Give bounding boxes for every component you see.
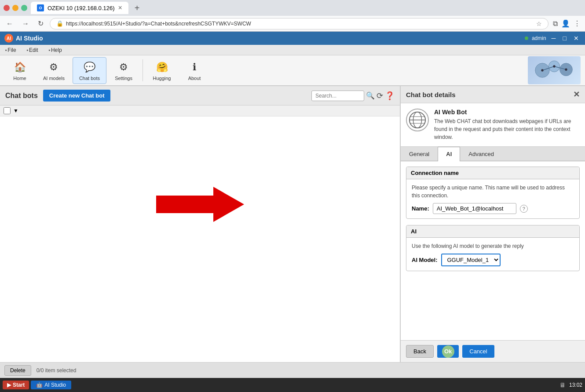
ai-models-label: AI models [43,76,65,81]
main-area: Chat bots Create new Chat bot 🔍 ⟳ ❓ ▼ [0,86,585,362]
menu-btn[interactable]: ⋮ [573,18,581,29]
refresh-btn[interactable]: ⟳ [377,91,383,101]
name-input[interactable] [433,203,516,214]
ai-model-field-row: AI Model: GGUF_Model_1 GGUF_Model_2 Othe… [412,254,574,266]
ai-section-body: Use the following AI model to generate t… [406,238,579,271]
app-minimize-btn[interactable]: ─ [550,35,558,42]
window-min-btn[interactable] [12,5,18,11]
toolbar-home[interactable]: 🏠 Home [4,58,35,83]
connection-section-body: Please specify a unique name. This name … [406,179,579,218]
start-icon: ▶ [7,382,11,388]
address-url: https://localhost:9515/AI+Studio/?a=Chat… [66,21,534,27]
toolbar-about[interactable]: ℹ About [179,58,210,83]
browser-addressbar: ← → ↻ 🔒 https://localhost:9515/AI+Studio… [0,16,585,32]
name-label: Name: [412,205,429,212]
list-toolbar: ▼ [0,105,400,116]
tab-title: OZEKI 10 (192.168.0.126) [48,5,114,11]
panel-header: Chat bot details ✕ [401,86,585,103]
window-close-btn[interactable] [4,5,10,11]
about-icon: ℹ [187,60,201,74]
bot-info: AI Web Bot The Web CHAT chat bot downloa… [401,103,585,147]
settings-label: Settings [115,76,132,81]
address-box[interactable]: 🔒 https://localhost:9515/AI+Studio/?a=Ch… [50,18,548,29]
bot-name: AI Web Bot [434,109,580,116]
menu-help[interactable]: Help [47,46,64,54]
browser-tab[interactable]: O OZEKI 10 (192.168.0.126) × [31,2,128,14]
tab-close-btn[interactable]: × [118,4,122,11]
svg-marker-8 [156,187,244,222]
ai-models-icon: ⚙ [47,60,61,74]
taskbar-time: 🖥 13:02 [559,381,582,388]
app-maximize-btn[interactable]: □ [561,35,568,42]
arrow-container [0,116,400,292]
taskbar-app-btn[interactable]: 🤖 AI Studio [31,381,71,389]
toolbar-avatar [528,56,581,84]
bot-globe-icon [406,109,429,131]
address-icons: ☆ [536,20,542,27]
tab-general[interactable]: General [401,147,438,161]
app-header-right: admin ─ □ ✕ [525,35,581,42]
name-field-row: Name: ? [412,203,574,214]
toolbar-chat-bots[interactable]: 💬 Chat bots [73,57,106,84]
app-close-btn[interactable]: ✕ [572,35,581,42]
toolbar-ai-models[interactable]: ⚙ AI models [37,58,71,83]
select-all-checkbox[interactable] [4,107,11,114]
about-label: About [188,76,201,81]
menu-file[interactable]: File [4,46,18,54]
create-chatbot-btn[interactable]: Create new Chat bot [43,90,111,102]
star-icon[interactable]: ☆ [536,20,542,27]
ai-model-select[interactable]: GGUF_Model_1 GGUF_Model_2 Other [441,254,501,266]
back-button[interactable]: Back [406,345,434,358]
browser-titlebar: O OZEKI 10 (192.168.0.126) × + [0,0,585,16]
svg-point-7 [565,69,567,71]
toolbar-hugging[interactable]: 🤗 Hugging [146,58,177,83]
ai-model-label: AI Model: [412,257,438,263]
profile-btn[interactable]: 👤 [560,18,571,29]
window-max-btn[interactable] [21,5,27,11]
tab-advanced[interactable]: Advanced [460,147,502,161]
toolbar: 🏠 Home ⚙ AI models 💬 Chat bots ⚙ Setting… [0,55,585,86]
name-help-icon[interactable]: ? [520,205,528,213]
menubar: File Edit Help [0,45,585,55]
search-icon[interactable]: 🔍 [366,91,375,100]
tab-favicon: O [37,4,44,11]
ai-desc: Use the following AI model to generate t… [412,242,574,250]
browser-extras: ⧉ 👤 ⋮ [552,18,581,29]
back-btn[interactable]: ← [4,19,16,29]
search-input[interactable] [311,91,364,101]
extensions-btn[interactable]: ⧉ [552,19,559,29]
taskbar-app-label: AI Studio [44,382,66,388]
right-panel: Chat bot details ✕ AI Web Bot The Web CH… [400,86,585,362]
connection-section: Connection name Please specify a unique … [406,167,580,219]
status-bar: Delete 0/0 item selected [0,362,585,378]
chatbots-header: Chat bots Create new Chat bot 🔍 ⟳ ❓ [0,86,400,105]
forward-btn[interactable]: → [19,19,32,29]
panel-close-btn[interactable]: ✕ [573,90,580,99]
panel-footer: Back Ok Cancel [401,340,585,362]
dropdown-arrow[interactable]: ▼ [13,108,18,114]
taskbar: ▶ Start 🤖 AI Studio 🖥 13:02 [0,378,585,392]
new-tab-btn[interactable]: + [132,3,143,13]
start-button[interactable]: ▶ Start [3,381,29,389]
hugging-label: Hugging [153,76,171,81]
svg-point-6 [553,65,555,67]
app-header: AI AI Studio admin ─ □ ✕ [0,32,585,45]
items-selected-label: 0/0 item selected [37,367,77,374]
help-btn[interactable]: ❓ [385,91,395,101]
taskbar-monitor-icon: 🖥 [559,381,566,388]
chat-bots-label: Chat bots [79,76,100,81]
reload-btn[interactable]: ↻ [35,18,46,29]
app-logo-icon: AI [4,34,13,43]
admin-status-dot [525,36,528,40]
delete-button[interactable]: Delete [4,365,31,376]
app-logo: AI AI Studio [4,34,43,43]
tab-ai[interactable]: AI [438,147,460,161]
panel-title: Chat bot details [406,91,456,98]
toolbar-settings[interactable]: ⚙ Settings [108,58,139,83]
connection-desc: Please specify a unique name. This name … [412,184,574,200]
ai-section-title: AI [406,225,579,238]
browser-traffic [4,5,27,11]
ok-button[interactable]: Ok [437,345,459,358]
cancel-button[interactable]: Cancel [462,345,494,358]
menu-edit[interactable]: Edit [25,46,40,54]
